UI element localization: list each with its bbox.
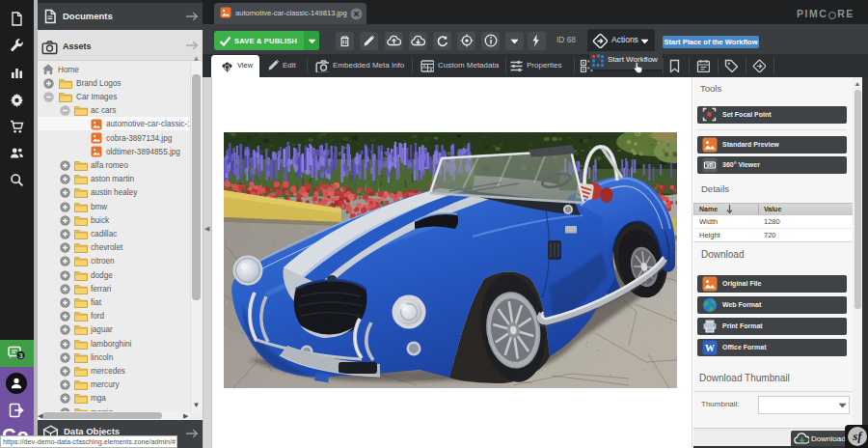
svg-text:3: 3: [18, 351, 22, 360]
svg-text:W: W: [705, 343, 715, 353]
svg-text:VR: VR: [706, 162, 714, 168]
